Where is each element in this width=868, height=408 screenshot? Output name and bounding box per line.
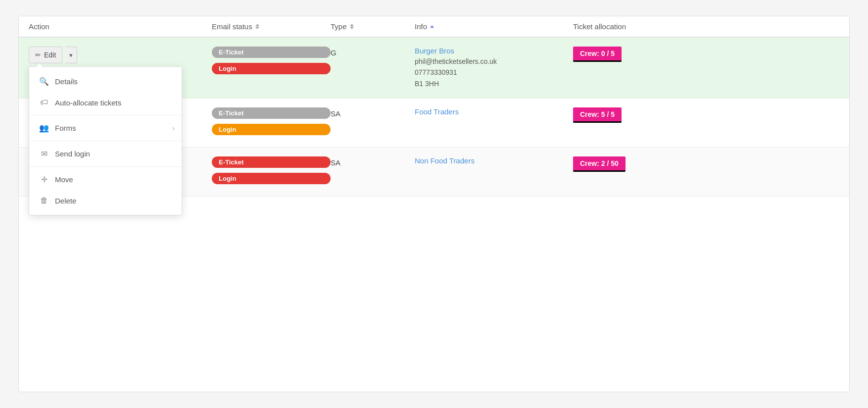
envelope-icon: ✉ — [39, 149, 49, 158]
ticket-badge-row3: Crew: 2 / 50 — [573, 156, 626, 172]
type-value-row1: G — [331, 49, 337, 57]
ticket-icon: 🏷 — [39, 98, 49, 107]
trash-icon: 🗑 — [39, 196, 49, 205]
sort-type-icon[interactable] — [350, 24, 354, 29]
action-cell-row1: ✏ Edit ▾ 🔍 Details 🏷 Auto-allocate — [29, 47, 212, 63]
type-cell-row1: G — [331, 47, 415, 57]
auto-allocate-label: Auto-allocate tickets — [55, 99, 121, 107]
email-status-cell-row3: E-Ticket Login — [212, 156, 331, 187]
info-name-row3[interactable]: Non Food Traders — [415, 156, 573, 165]
move-label: Move — [55, 175, 73, 184]
edit-label: Edit — [44, 51, 56, 59]
info-name-row2[interactable]: Food Traders — [415, 107, 573, 116]
dropdown-menu: 🔍 Details 🏷 Auto-allocate tickets 👥 Form… — [29, 66, 182, 215]
th-info: Info — [415, 22, 573, 31]
pencil-icon: ✏ — [35, 51, 41, 59]
th-ticket-label: Ticket allocation — [573, 22, 626, 31]
eticket-badge-row1: E-Ticket — [212, 47, 331, 58]
dropdown-caret — [36, 63, 44, 67]
eticket-badge-row3: E-Ticket — [212, 156, 331, 168]
forms-item[interactable]: 👥 Forms › — [29, 117, 182, 139]
login-badge-row1: Login — [212, 63, 331, 74]
forms-icon: 👥 — [39, 123, 49, 133]
info-cell-row3: Non Food Traders — [415, 156, 573, 166]
ticket-cell-row2: Crew: 5 / 5 — [573, 107, 692, 123]
sort-info-icon[interactable] — [430, 25, 434, 28]
eticket-badge-row2: E-Ticket — [212, 107, 331, 119]
type-cell-row2: SA — [331, 107, 415, 118]
send-login-label: Send login — [55, 150, 90, 158]
ticket-cell-row3: Crew: 2 / 50 — [573, 156, 692, 172]
type-value-row2: SA — [331, 109, 340, 118]
info-name-row1[interactable]: Burger Bros — [415, 47, 573, 55]
sort-down-icon — [350, 27, 354, 29]
th-info-label: Info — [415, 22, 427, 31]
chevron-right-icon: › — [172, 124, 175, 132]
type-value-row3: SA — [331, 158, 340, 167]
th-type: Type — [331, 22, 415, 31]
sort-up-icon — [350, 24, 354, 26]
email-status-cell-row1: E-Ticket Login — [212, 47, 331, 77]
th-action-label: Action — [29, 22, 49, 31]
details-label: Details — [55, 77, 78, 86]
delete-item[interactable]: 🗑 Delete — [29, 190, 182, 211]
info-email-row1: phil@theticketsellers.co.uk — [415, 56, 573, 67]
auto-allocate-item[interactable]: 🏷 Auto-allocate tickets — [29, 92, 182, 113]
ticket-cell-row1: Crew: 0 / 5 — [573, 47, 692, 62]
chevron-down-icon: ▾ — [69, 51, 73, 59]
info-cell-row1: Burger Bros phil@theticketsellers.co.uk … — [415, 47, 573, 89]
page-wrapper: Action Email status Type Info — [18, 16, 850, 392]
ticket-badge-row2: Crew: 5 / 5 — [573, 107, 622, 123]
info-phone-row1: 07773330931 — [415, 67, 573, 78]
table-row: ✏ Edit ▾ 🔍 Details 🏷 Auto-allocate — [19, 38, 849, 99]
details-item[interactable]: 🔍 Details — [29, 71, 182, 92]
sort-down-icon — [255, 27, 259, 29]
edit-button[interactable]: ✏ Edit — [29, 47, 62, 63]
delete-label: Delete — [55, 197, 76, 205]
move-item[interactable]: ✛ Move — [29, 169, 182, 190]
search-icon: 🔍 — [39, 77, 49, 86]
menu-divider-1 — [29, 115, 182, 115]
ticket-badge-row1: Crew: 0 / 5 — [573, 47, 622, 62]
menu-divider-3 — [29, 166, 182, 167]
sort-email-icon[interactable] — [255, 24, 259, 29]
login-badge-row3: Login — [212, 173, 331, 184]
sort-up-icon — [255, 24, 259, 26]
send-login-item[interactable]: ✉ Send login — [29, 143, 182, 164]
login-badge-row2: Login — [212, 124, 331, 135]
dropdown-toggle-button[interactable]: ▾ — [65, 47, 77, 63]
th-action: Action — [29, 22, 212, 31]
sort-up-active-icon — [430, 25, 434, 28]
forms-label: Forms — [55, 124, 76, 132]
email-status-cell-row2: E-Ticket Login — [212, 107, 331, 138]
th-type-label: Type — [331, 22, 347, 31]
th-email-status-label: Email status — [212, 22, 252, 31]
type-cell-row3: SA — [331, 156, 415, 167]
table-container: Action Email status Type Info — [19, 16, 849, 197]
th-email-status: Email status — [212, 22, 331, 31]
move-icon: ✛ — [39, 175, 49, 184]
menu-divider-2 — [29, 141, 182, 141]
th-ticket-allocation: Ticket allocation — [573, 22, 692, 31]
table-header: Action Email status Type Info — [19, 16, 849, 38]
info-postcode-row1: B1 3HH — [415, 78, 573, 89]
info-cell-row2: Food Traders — [415, 107, 573, 117]
